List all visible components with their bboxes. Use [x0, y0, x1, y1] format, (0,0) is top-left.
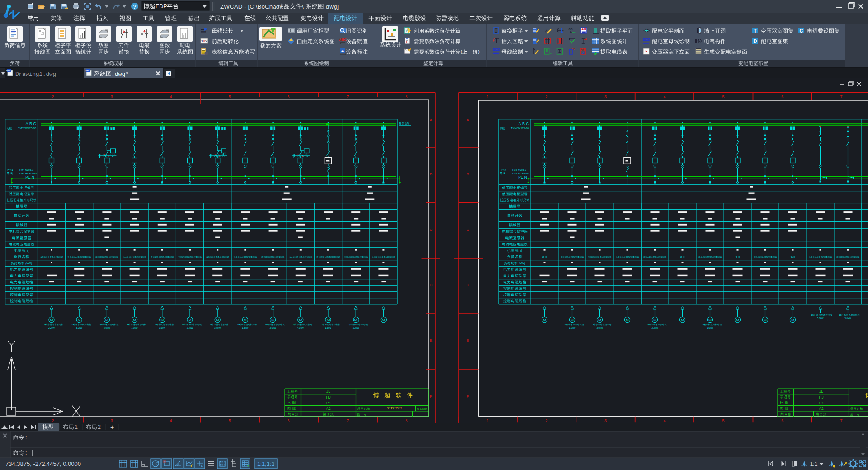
svg-text:1:1,1:1: 1:1,1:1 [257, 461, 274, 467]
svg-text:C: C [467, 228, 469, 232]
svg-text:5: 5 [722, 418, 724, 423]
svg-text:A: A [430, 118, 433, 122]
svg-text:M: M [543, 318, 546, 322]
svg-text:7: 7 [840, 94, 842, 99]
svg-text:DWG: DWG [6, 70, 11, 72]
svg-text:5: 5 [722, 94, 724, 99]
svg-text:.dwg]: .dwg] [324, 3, 339, 10]
svg-text:M: M [160, 318, 164, 322]
svg-text:1: 1 [486, 94, 489, 99]
svg-text:M: M [327, 318, 330, 322]
svg-text:M: M [354, 318, 358, 322]
svg-text:M: M [626, 318, 629, 322]
svg-text:M: M [50, 318, 53, 322]
svg-text:M: M [105, 318, 108, 322]
svg-text:DWG: DWG [85, 70, 90, 72]
svg-text:A.B.C: A.B.C [518, 122, 529, 126]
svg-text:M: M [133, 318, 136, 322]
svg-text:M: M [764, 318, 767, 322]
svg-text:TMY-60x6.3: TMY-60x6.3 [19, 169, 34, 171]
svg-text:5#: 5# [592, 323, 595, 326]
svg-text:M: M [736, 318, 739, 322]
svg-text:2.2kW: 2.2kW [48, 326, 55, 329]
svg-text:TMY-3X125-80: TMY-3X125-80 [18, 127, 37, 130]
svg-text:M: M [653, 318, 656, 322]
svg-text:JL: JL [326, 389, 330, 394]
svg-text:2: 2 [205, 39, 207, 43]
svg-text:3: 3 [110, 94, 113, 99]
svg-text:1: 1 [486, 418, 489, 423]
svg-text:25#: 25# [811, 314, 816, 316]
svg-text:3.0kW: 3.0kW [270, 326, 276, 329]
svg-text:M: M [571, 318, 574, 322]
svg-text:M: M [708, 318, 712, 322]
svg-text:6: 6 [287, 418, 289, 423]
svg-text:J: J [582, 51, 584, 54]
svg-text:.dwg*: .dwg* [111, 71, 129, 78]
svg-text:2: 2 [52, 418, 54, 423]
svg-text:2: 2 [98, 424, 101, 430]
svg-text:F: F [467, 395, 469, 399]
svg-text:TMY-60x6.3: TMY-60x6.3 [512, 169, 527, 171]
svg-text:1:1: 1:1 [819, 401, 824, 405]
svg-text:M: M [78, 318, 81, 322]
svg-text:2.2kW: 2.2kW [353, 326, 359, 329]
svg-text:3.0kW: 3.0kW [76, 326, 82, 329]
svg-text:(kW): (kW) [519, 262, 525, 265]
svg-text:A2: A2 [819, 406, 824, 411]
svg-text:2: 2 [545, 94, 547, 99]
svg-text:JL: JL [819, 389, 823, 394]
svg-text:3.0kW: 3.0kW [104, 326, 110, 329]
svg-text:M: M [598, 318, 601, 322]
svg-text:+: + [110, 423, 114, 431]
svg-text:3: 3 [604, 418, 607, 423]
svg-text:HJ: HJ [326, 395, 330, 400]
svg-text:1:1: 1:1 [326, 401, 331, 405]
svg-text:EDP: EDP [156, 3, 167, 9]
svg-text:M: M [271, 318, 274, 322]
svg-text:A: A [341, 49, 344, 53]
svg-text:1.5kW: 1.5kW [707, 326, 713, 329]
svg-text:2: 2 [52, 94, 54, 99]
svg-text:1: 1 [201, 39, 203, 43]
svg-text:BUS: BUS [644, 38, 649, 41]
svg-text:PE.N: PE.N [25, 175, 34, 179]
svg-text:3.0kW: 3.0kW [132, 326, 138, 329]
svg-text:9#: 9# [703, 323, 705, 326]
svg-text:7: 7 [346, 94, 349, 99]
svg-text:(kW): (kW) [25, 262, 32, 265]
svg-text:E: E [430, 338, 432, 343]
svg-text:B: B [467, 172, 469, 176]
svg-text:4: 4 [663, 418, 665, 423]
svg-text:3.0kW: 3.0kW [596, 326, 603, 329]
svg-text:734.3875, -272.4457, 0.0000: 734.3875, -272.4457, 0.0000 [5, 461, 81, 467]
svg-text:2: 2 [545, 418, 547, 423]
svg-text:BUS: BUS [494, 48, 499, 51]
svg-text:A: A [467, 118, 469, 122]
svg-text:B: B [430, 172, 432, 176]
svg-text:3: 3 [110, 418, 113, 423]
svg-text:C: C [430, 228, 433, 232]
svg-text:6: 6 [781, 94, 783, 99]
svg-text:A.B.C: A.B.C [25, 122, 36, 126]
svg-text:D: D [754, 38, 757, 44]
svg-text:6: 6 [781, 418, 783, 423]
svg-text:5.6kW: 5.6kW [844, 317, 851, 320]
svg-text:(: ( [461, 49, 462, 54]
svg-text:1.5kW: 1.5kW [242, 326, 248, 329]
svg-text:6: 6 [287, 94, 289, 99]
svg-text:1.5kW: 1.5kW [159, 326, 165, 329]
svg-text:M: M [791, 318, 794, 322]
svg-text:M: M [299, 318, 302, 322]
svg-text:C: C [800, 28, 803, 33]
svg-text:D: D [467, 283, 469, 287]
svg-text:1.5kW: 1.5kW [325, 326, 331, 329]
svg-text:AB: AB [581, 27, 586, 31]
svg-text:1:1: 1:1 [810, 461, 818, 467]
svg-text:ABC: ABC [339, 38, 347, 42]
svg-text:E: E [467, 338, 469, 343]
svg-text:ZWCAD - [C:\BoChao\: ZWCAD - [C:\BoChao\ [220, 3, 281, 10]
svg-text:F: F [430, 395, 432, 399]
svg-text:ac: ac [572, 30, 576, 34]
svg-text:T: T [754, 28, 757, 33]
